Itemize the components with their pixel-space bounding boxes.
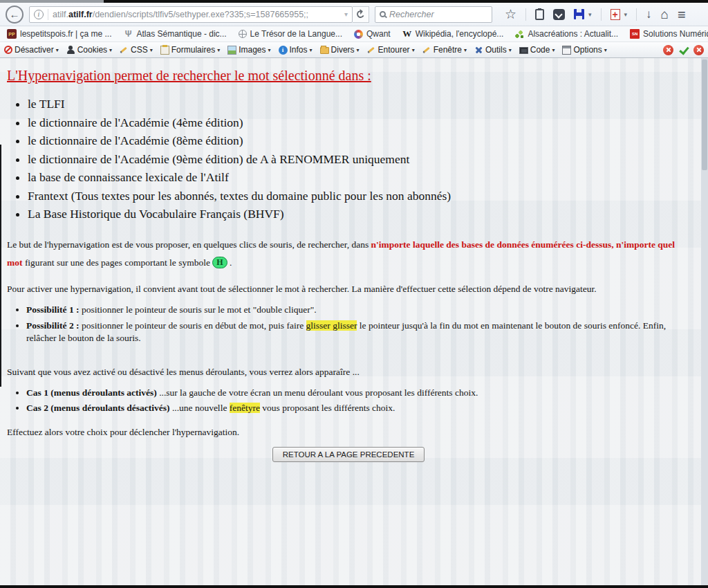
error-icon[interactable] <box>693 45 704 55</box>
highlighted-text: fenêtyre <box>230 403 260 413</box>
url-text[interactable]: atilf.atilf.fr/dendien/scripts/tlfiv5/se… <box>53 10 340 19</box>
lespetitspois-favicon: PP <box>7 29 17 39</box>
scrollbar-thumb[interactable] <box>702 59 707 170</box>
list-item: la base de connaissance lexicale de l'At… <box>28 171 690 184</box>
bookmarks-toolbar: PPlespetitspois.fr | ça me ... ΨAtlas Sé… <box>0 26 708 42</box>
list-item: Frantext (Tous textes pour les abonnés, … <box>28 190 690 203</box>
pocket-button[interactable] <box>553 9 565 20</box>
window-top-edge-right <box>104 0 708 3</box>
list-item-cas-2: Cas 2 (menus déroulants désactivés) ...u… <box>26 402 690 415</box>
url-path: /dendien/scripts/tlfiv5/sethyper.exe?335… <box>93 10 308 19</box>
chevron-down-icon: ▾ <box>412 47 415 53</box>
bookmark-star-button[interactable]: ☆ <box>505 8 516 21</box>
url-bar[interactable]: i atilf.atilf.fr/dendien/scripts/tlfiv5/… <box>29 6 353 23</box>
save-page-button[interactable] <box>574 9 584 19</box>
qwant-favicon <box>354 30 363 39</box>
back-icon: ← <box>10 8 20 20</box>
devbar-item-css[interactable]: CSS▾ <box>120 45 153 55</box>
url-dropdown-icon[interactable]: ▾ <box>344 10 348 18</box>
chevron-down-icon: ▾ <box>217 47 220 53</box>
list-item-cas-1: Cas 1 (menus déroulants activés) ...sur … <box>26 387 690 400</box>
vertical-scrollbar[interactable] <box>701 58 708 587</box>
list-item: La Base Historique du Vocabulaire França… <box>28 208 690 221</box>
bookmark-qwant[interactable]: Qwant <box>354 29 391 39</box>
intro-paragraph: Le but de l'hypernavigation est de vous … <box>7 236 690 272</box>
retour-button[interactable]: RETOUR A LA PAGE PRECEDENTE <box>272 447 425 462</box>
chevron-down-icon: ▾ <box>56 47 59 53</box>
chevron-down-icon: ▾ <box>552 47 555 53</box>
bookmark-solutions-numeriques[interactable]: SNSolutions Numériques ... <box>630 29 708 39</box>
alsacreations-favicon <box>515 30 524 39</box>
pencil-icon <box>367 46 376 55</box>
search-input[interactable] <box>389 10 479 19</box>
devbar-item-cookies[interactable]: Cookies▾ <box>66 45 112 55</box>
search-bar[interactable] <box>375 6 492 23</box>
devbar-item-divers[interactable]: Divers▾ <box>320 45 360 55</box>
cookies-icon <box>66 46 75 55</box>
addon-button[interactable] <box>611 9 620 20</box>
chevron-down-icon: ▾ <box>464 47 467 53</box>
chevron-down-icon: ▾ <box>310 47 313 53</box>
chevron-down-icon: ▾ <box>268 47 271 53</box>
list-item-possibilite-2: Possibilité 2 : positionner le pointeur … <box>26 320 690 345</box>
reload-button[interactable] <box>353 6 369 23</box>
bookmark-atlas-semantique[interactable]: ΨAtlas Sémantique - dic... <box>124 29 227 39</box>
chevron-down-icon: ▾ <box>150 47 153 53</box>
menu-button[interactable]: ≡ <box>678 8 687 21</box>
globe-favicon <box>239 30 247 38</box>
addon-dropdown-icon[interactable]: ▾ <box>624 11 628 18</box>
activate-paragraph: Pour activer une hypernavigation, il con… <box>7 283 690 295</box>
urlbar-divider <box>48 9 48 20</box>
devbar-item-formulaires[interactable]: Formulaires▾ <box>160 45 220 55</box>
downloads-icon: ↓ <box>646 8 652 20</box>
wikipedia-favicon: W <box>402 29 412 39</box>
final-paragraph: Effectuez alors votre choix pour déclenc… <box>7 426 690 439</box>
star-icon: ☆ <box>505 8 516 21</box>
bookmark-alsacreations[interactable]: Alsacréations : Actualit... <box>515 29 618 39</box>
list-item: le TLFI <box>28 98 690 111</box>
downloads-button[interactable]: ↓ <box>646 8 652 20</box>
devbar-item-code[interactable]: Code▾ <box>519 45 555 55</box>
valid-check-icon[interactable] <box>678 45 689 55</box>
cases-list: Cas 1 (menus déroulants activés) ...sur … <box>26 387 690 415</box>
info-circle-icon: i <box>279 46 288 55</box>
clipboard-icon <box>535 9 544 20</box>
devbar-item-images[interactable]: Images▾ <box>227 45 270 55</box>
bookmark-tresor-langue[interactable]: Le Trésor de la Langue... <box>239 29 342 39</box>
tools-icon <box>474 46 483 55</box>
search-icon <box>380 11 386 17</box>
bookmarks-sidebar-button[interactable] <box>535 9 544 20</box>
hypernavigation-h-badge: H <box>212 257 227 268</box>
disable-icon <box>4 46 12 54</box>
toolbar-divider <box>525 8 526 21</box>
list-item: le dictionnaire de l'Académie (4ème édit… <box>28 116 690 129</box>
window-bottom-edge <box>0 585 708 588</box>
options-icon <box>562 46 571 55</box>
webdeveloper-toolbar: Désactiver▾ Cookies▾ CSS▾ Formulaires▾ I… <box>0 42 708 58</box>
devbar-item-entourer[interactable]: Entourer▾ <box>367 45 415 55</box>
home-icon: ⌂ <box>661 8 669 21</box>
devbar-status <box>663 45 704 55</box>
window-top-edge <box>0 0 708 3</box>
back-button[interactable]: ← <box>6 6 24 24</box>
page-info-icon[interactable]: i <box>34 10 44 19</box>
toolbar-buttons: ☆ ▾ ▾ ↓ ⌂ ≡ <box>505 8 687 21</box>
list-item: le dictionnaire de l'Académie (9ème édit… <box>28 153 690 166</box>
chevron-down-icon: ▾ <box>357 47 360 53</box>
menus-paragraph: Suivant que vous avez activé ou désactiv… <box>7 366 690 378</box>
devbar-item-desactiver[interactable]: Désactiver▾ <box>4 45 59 55</box>
save-dropdown-icon[interactable]: ▾ <box>588 11 592 18</box>
possibilities-list: Possibilité 1 : positionner le pointeur … <box>26 304 690 345</box>
bookmark-wikipedia[interactable]: WWikipédia, l'encyclopé... <box>402 29 504 39</box>
devbar-item-infos[interactable]: iInfos▾ <box>279 45 313 55</box>
devbar-item-fenetre[interactable]: Fenêtre▾ <box>422 45 467 55</box>
home-button[interactable]: ⌂ <box>661 8 669 21</box>
error-icon[interactable] <box>663 45 673 55</box>
page-title: L'Hypernavigation permet de rechercher l… <box>7 68 690 84</box>
pencil-icon <box>422 46 431 55</box>
bookmark-lespetitspois[interactable]: PPlespetitspois.fr | ça me ... <box>7 29 112 39</box>
window-top-edge-left <box>0 0 104 3</box>
pocket-icon <box>553 9 565 20</box>
devbar-item-outils[interactable]: Outils▾ <box>474 45 512 55</box>
devbar-item-options[interactable]: Options▾ <box>562 45 606 55</box>
